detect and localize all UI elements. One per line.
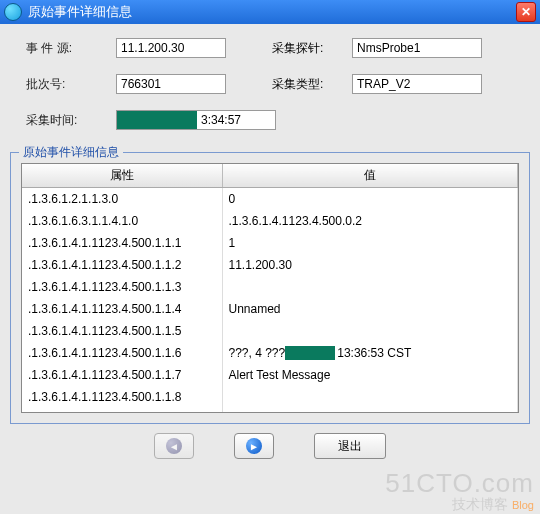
groupbox-legend: 原始事件详细信息 — [19, 144, 123, 161]
label-probe: 采集探针: — [272, 40, 332, 57]
col-header-attr[interactable]: 属性 — [22, 164, 222, 188]
table-row[interactable]: .1.3.6.1.6.3.1.1.4.1.0.1.3.6.1.4.1123.4.… — [22, 210, 518, 232]
close-button[interactable]: ✕ — [516, 2, 536, 22]
footer-bar: ◄ ► 退出 — [0, 428, 540, 464]
cell-value: ???, 4 ???13:36:53 CST — [222, 342, 518, 364]
cell-attr: .1.3.6.1.4.1.1123.4.500.1.1.1 — [22, 232, 222, 254]
table-row[interactable]: .1.3.6.1.4.1.1123.4.500.1.1.4Unnamed — [22, 298, 518, 320]
table-row[interactable]: .1.3.6.1.4.1.1123.4.500.1.1.11 — [22, 232, 518, 254]
next-button[interactable]: ► — [234, 433, 274, 459]
cell-attr: .1.3.6.1.4.1.1123.4.500.1.1.2 — [22, 254, 222, 276]
table-row[interactable]: .1.3.6.1.4.1.1123.4.500.1.1.9 — [22, 408, 518, 412]
redacted-block — [285, 346, 335, 360]
title-bar: 原始事件详细信息 ✕ — [0, 0, 540, 24]
close-icon: ✕ — [521, 6, 531, 18]
detail-table-body: .1.3.6.1.2.1.1.3.00.1.3.6.1.6.3.1.1.4.1.… — [22, 188, 518, 412]
cell-value — [222, 408, 518, 412]
col-header-value[interactable]: 值 — [222, 164, 518, 188]
cell-value — [222, 276, 518, 298]
prev-icon: ◄ — [166, 438, 182, 454]
detail-groupbox: 原始事件详细信息 属性 值 .1.3.6.1.2.1.1.3.00.1.3.6.… — [10, 152, 530, 424]
detail-table-wrap: 属性 值 .1.3.6.1.2.1.1.3.00.1.3.6.1.6.3.1.1… — [21, 163, 519, 413]
form-area: 事 件 源: 11.1.200.30 采集探针: NmsProbe1 批次号: … — [0, 24, 540, 152]
next-icon: ► — [246, 438, 262, 454]
field-time[interactable]: 3:34:57 — [116, 110, 276, 130]
table-row[interactable]: .1.3.6.1.4.1.1123.4.500.1.1.7Alert Test … — [22, 364, 518, 386]
cell-attr: .1.3.6.1.4.1.1123.4.500.1.1.9 — [22, 408, 222, 412]
app-icon — [4, 3, 22, 21]
cell-value — [222, 386, 518, 408]
table-row[interactable]: .1.3.6.1.4.1.1123.4.500.1.1.8 — [22, 386, 518, 408]
cell-value: 1 — [222, 232, 518, 254]
detail-table-head: 属性 值 — [22, 164, 518, 188]
exit-button[interactable]: 退出 — [314, 433, 386, 459]
table-scroll[interactable]: .1.3.6.1.2.1.1.3.00.1.3.6.1.6.3.1.1.4.1.… — [22, 188, 518, 412]
prev-button[interactable]: ◄ — [154, 433, 194, 459]
cell-value: 11.1.200.30 — [222, 254, 518, 276]
cell-attr: .1.3.6.1.4.1.1123.4.500.1.1.3 — [22, 276, 222, 298]
cell-attr: .1.3.6.1.6.3.1.1.4.1.0 — [22, 210, 222, 232]
cell-attr: .1.3.6.1.4.1.1123.4.500.1.1.5 — [22, 320, 222, 342]
window-title: 原始事件详细信息 — [28, 3, 510, 21]
label-source: 事 件 源: — [26, 40, 96, 57]
field-batch[interactable]: 766301 — [116, 74, 226, 94]
cell-value: Unnamed — [222, 298, 518, 320]
watermark: 51CTO.com 技术博客Blog — [385, 470, 534, 512]
table-row[interactable]: .1.3.6.1.4.1.1123.4.500.1.1.6???, 4 ???1… — [22, 342, 518, 364]
field-probe[interactable]: NmsProbe1 — [352, 38, 482, 58]
table-row[interactable]: .1.3.6.1.4.1.1123.4.500.1.1.5 — [22, 320, 518, 342]
cell-attr: .1.3.6.1.2.1.1.3.0 — [22, 188, 222, 210]
field-source[interactable]: 11.1.200.30 — [116, 38, 226, 58]
cell-value — [222, 320, 518, 342]
table-row[interactable]: .1.3.6.1.4.1.1123.4.500.1.1.211.1.200.30 — [22, 254, 518, 276]
label-batch: 批次号: — [26, 76, 96, 93]
label-time: 采集时间: — [26, 112, 96, 129]
cell-value: Alert Test Message — [222, 364, 518, 386]
redacted-block — [117, 111, 197, 129]
cell-attr: .1.3.6.1.4.1.1123.4.500.1.1.6 — [22, 342, 222, 364]
field-type[interactable]: TRAP_V2 — [352, 74, 482, 94]
cell-attr: .1.3.6.1.4.1.1123.4.500.1.1.4 — [22, 298, 222, 320]
cell-value: .1.3.6.1.4.1123.4.500.0.2 — [222, 210, 518, 232]
table-row[interactable]: .1.3.6.1.4.1.1123.4.500.1.1.3 — [22, 276, 518, 298]
cell-value: 0 — [222, 188, 518, 210]
table-row[interactable]: .1.3.6.1.2.1.1.3.00 — [22, 188, 518, 210]
cell-attr: .1.3.6.1.4.1.1123.4.500.1.1.7 — [22, 364, 222, 386]
cell-attr: .1.3.6.1.4.1.1123.4.500.1.1.8 — [22, 386, 222, 408]
label-type: 采集类型: — [272, 76, 332, 93]
